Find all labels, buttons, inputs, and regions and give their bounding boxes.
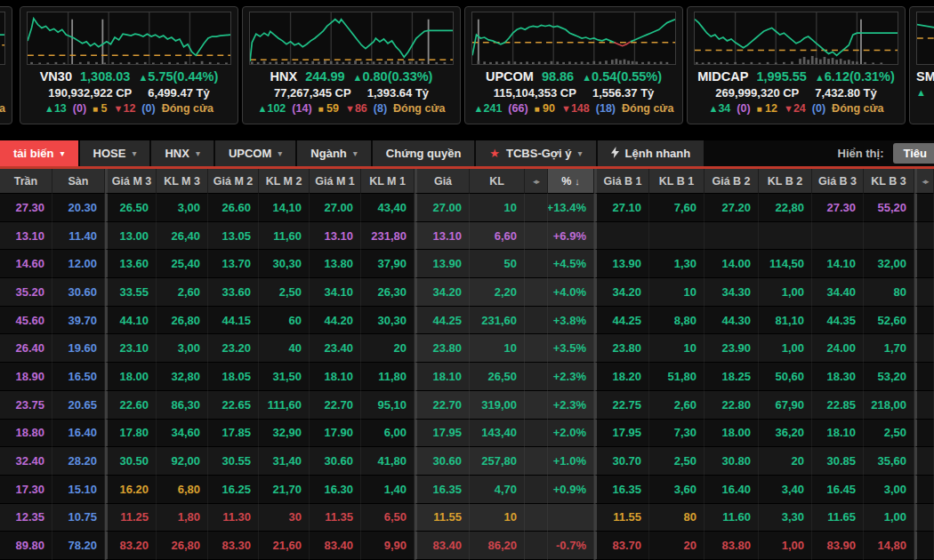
table-cell[interactable]: 32,80 [157, 363, 208, 391]
table-cell[interactable]: 231,60 [470, 307, 525, 335]
table-cell[interactable]: 6,00 [361, 420, 415, 448]
table-cell[interactable] [525, 363, 548, 391]
table-cell[interactable]: 95,10 [361, 391, 415, 420]
table-cell[interactable]: 23.80 [415, 334, 470, 363]
table-cell[interactable]: 18.30 [812, 363, 864, 391]
table-cell[interactable]: 28.20 [52, 447, 105, 476]
column-header-Giá B 2[interactable]: Giá B 2 [705, 169, 759, 194]
table-cell[interactable]: 26,50 [470, 363, 525, 391]
table-cell[interactable]: 22.85 [812, 391, 864, 420]
table-cell[interactable]: 35,60 [864, 447, 914, 476]
table-cell[interactable]: 3,00 [157, 334, 208, 363]
table-cell[interactable]: 33.60 [208, 278, 259, 307]
table-cell[interactable]: 11.25 [105, 504, 157, 532]
table-cell[interactable]: 13.90 [594, 250, 649, 278]
table-cell[interactable]: 83.20 [105, 532, 157, 560]
table-cell[interactable]: 83.90 [812, 532, 864, 560]
table-cell[interactable]: 111,60 [259, 391, 310, 420]
table-row[interactable]: 12.3510.7511.251,8011.303011.356,5011.55… [0, 504, 934, 532]
table-cell[interactable]: 34.20 [415, 278, 470, 307]
table-cell[interactable]: 13.60 [105, 250, 157, 278]
table-cell[interactable] [914, 250, 934, 278]
table-cell[interactable]: 67,90 [759, 391, 812, 420]
table-cell[interactable]: 43,40 [361, 194, 415, 222]
table-cell[interactable]: 3,00 [864, 476, 914, 504]
table-cell[interactable]: 15.10 [52, 476, 105, 504]
column-header-KL B 2[interactable]: KL B 2 [759, 169, 812, 194]
table-cell[interactable]: 30.60 [52, 278, 105, 307]
table-cell[interactable]: 21,70 [259, 476, 310, 504]
table-cell[interactable]: 45.60 [0, 307, 52, 335]
table-cell[interactable]: 13.10 [310, 222, 361, 251]
table-cell[interactable] [525, 420, 548, 448]
table-cell[interactable]: 114,50 [759, 250, 812, 278]
table-cell[interactable]: 7,60 [649, 194, 705, 222]
table-cell[interactable]: 4,70 [470, 476, 525, 504]
table-cell[interactable]: 22,80 [759, 194, 812, 222]
table-cell[interactable]: 11,80 [361, 363, 415, 391]
table-cell[interactable] [914, 334, 934, 363]
table-cell[interactable]: 10 [649, 334, 705, 363]
table-cell[interactable]: 34,60 [157, 420, 208, 448]
table-cell[interactable]: 83.70 [594, 532, 649, 560]
table-cell[interactable]: 30.55 [208, 447, 259, 476]
table-cell[interactable]: 16.25 [208, 476, 259, 504]
tab-ng-nh[interactable]: Ngành▾ [297, 140, 370, 166]
column-header-%[interactable]: %↓ [548, 169, 594, 194]
column-header-KL B 3[interactable]: KL B 3 [864, 169, 914, 194]
table-cell[interactable]: 53,20 [864, 363, 914, 391]
table-cell[interactable]: 20 [649, 532, 705, 560]
table-cell[interactable]: 25,40 [157, 250, 208, 278]
table-cell[interactable]: 20.65 [52, 391, 105, 420]
table-cell[interactable]: 2,50 [649, 447, 705, 476]
table-cell[interactable]: 32.40 [0, 447, 52, 476]
table-cell[interactable]: 92,00 [157, 447, 208, 476]
tab-hnx[interactable]: HNX▾ [151, 140, 213, 166]
table-cell[interactable]: 11.35 [310, 504, 361, 532]
table-cell[interactable]: 51,80 [649, 363, 705, 391]
table-cell[interactable]: 50,60 [759, 363, 812, 391]
table-cell[interactable]: 22.80 [705, 391, 759, 420]
table-cell[interactable]: 83.40 [310, 532, 361, 560]
table-cell[interactable]: 23.90 [705, 334, 759, 363]
table-cell[interactable]: 23.80 [594, 334, 649, 363]
table-cell[interactable]: 10 [470, 334, 525, 363]
column-header-Giá M 3[interactable]: Giá M 3 [105, 169, 157, 194]
table-cell[interactable]: 16.40 [705, 476, 759, 504]
table-cell[interactable]: 6,50 [361, 504, 415, 532]
table-cell[interactable]: 20 [759, 447, 812, 476]
table-cell[interactable]: 39.70 [52, 307, 105, 335]
table-cell[interactable]: 13.10 [0, 222, 52, 251]
table-cell[interactable]: 10 [649, 278, 705, 307]
table-cell[interactable]: 18.10 [415, 363, 470, 391]
table-cell[interactable]: 2,50 [864, 420, 914, 448]
table-cell[interactable]: 55,20 [864, 194, 914, 222]
table-cell[interactable] [525, 250, 548, 278]
table-cell[interactable] [525, 447, 548, 476]
column-header-KL M 1[interactable]: KL M 1 [361, 169, 415, 194]
table-cell[interactable]: +3.8% [548, 307, 594, 335]
table-row[interactable]: 18.9016.5018.0032,8018.0531,5018.1011,80… [0, 363, 934, 391]
table-cell[interactable]: 16.40 [52, 420, 105, 448]
table-cell[interactable]: 257,80 [470, 447, 525, 476]
table-cell[interactable]: 26.60 [208, 194, 259, 222]
table-cell[interactable]: 13.90 [415, 250, 470, 278]
table-row[interactable]: 27.3020.3026.503,0026.6014,1027.0043,402… [0, 194, 934, 222]
table-cell[interactable]: 44.15 [208, 307, 259, 335]
table-cell[interactable]: 17.80 [105, 420, 157, 448]
table-row[interactable]: 26.4019.6023.103,0023.204023.402023.8010… [0, 334, 934, 363]
table-cell[interactable]: +2.3% [548, 363, 594, 391]
table-cell[interactable] [812, 222, 864, 251]
index-card-midcap[interactable]: MIDCAP 1,995.55 ▲6.12(0.31%) 269,999,320… [687, 6, 906, 124]
table-cell[interactable]: 30.70 [594, 447, 649, 476]
table-cell[interactable]: 13.70 [208, 250, 259, 278]
table-cell[interactable] [914, 278, 934, 307]
table-row[interactable]: 13.1011.4013.0026,4013.0511,6013.10231,8… [0, 222, 934, 251]
table-cell[interactable] [914, 420, 934, 448]
column-header-Giá[interactable]: Giá [415, 169, 470, 194]
table-cell[interactable] [525, 307, 548, 335]
table-cell[interactable]: 11.30 [208, 504, 259, 532]
table-cell[interactable]: 86,20 [470, 532, 525, 560]
table-cell[interactable]: 11.40 [52, 222, 105, 251]
table-cell[interactable]: 37,90 [361, 250, 415, 278]
